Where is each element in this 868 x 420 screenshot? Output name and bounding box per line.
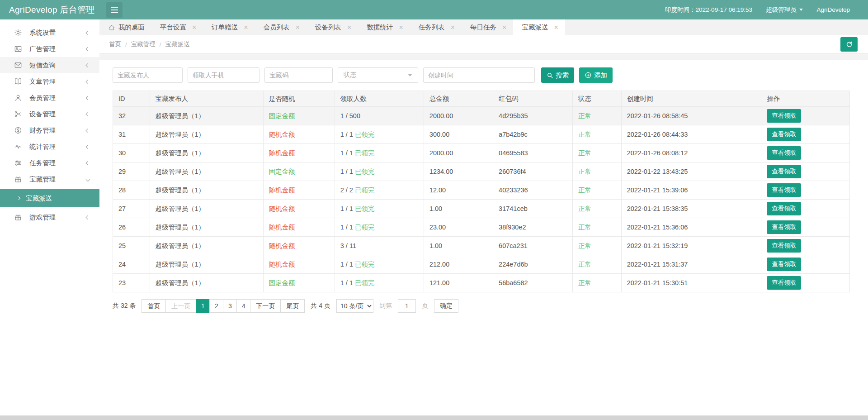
cell-publisher: 超级管理员（1） — [150, 237, 263, 255]
cell-created-time: 2022-01-26 08:08:12 — [621, 144, 761, 162]
breadcrumb-item[interactable]: 宝藏派送 — [165, 40, 190, 48]
sidebar-item[interactable]: 文章管理 — [0, 73, 99, 90]
claim-done-label: 已领完 — [355, 186, 375, 194]
sidebar-item[interactable]: 系统设置 — [0, 24, 99, 41]
tab-item[interactable]: 数据统计× — [358, 19, 410, 35]
sidebar-item[interactable]: 统计管理 — [0, 138, 99, 155]
claim-done-label: 已领完 — [355, 224, 375, 231]
page-number-button[interactable]: 2 — [209, 299, 223, 313]
phone-filter-input[interactable] — [188, 67, 259, 83]
horizontal-scrollbar[interactable] — [0, 415, 868, 420]
tab-item[interactable]: 宝藏派送× — [513, 19, 565, 35]
view-claims-button[interactable]: 查看领取 — [767, 239, 801, 253]
cell-status: 正常 — [573, 107, 622, 125]
sidebar-item-label: 宝藏管理 — [29, 175, 86, 184]
cell-random-type: 随机金额 — [263, 237, 335, 255]
sidebar-item[interactable]: 会员管理 — [0, 90, 99, 106]
next-page-button[interactable]: 下一页 — [250, 299, 281, 313]
first-page-button[interactable]: 首页 — [142, 299, 166, 313]
cell-claim-count: 1 / 1 已领完 — [335, 218, 424, 237]
menu-toggle-button[interactable] — [106, 2, 123, 18]
view-claims-button[interactable]: 查看领取 — [767, 220, 801, 234]
search-button[interactable]: 搜索 — [541, 67, 574, 83]
close-icon[interactable]: × — [192, 24, 196, 31]
close-icon[interactable]: × — [244, 24, 248, 31]
column-header: ID — [113, 91, 150, 107]
table-row: 27超级管理员（1）随机金额1 / 1 已领完1.0031741ceb正常202… — [113, 200, 850, 218]
tab-item[interactable]: 我的桌面 — [99, 19, 151, 35]
view-claims-button[interactable]: 查看领取 — [767, 109, 801, 123]
cell-status: 正常 — [573, 200, 622, 218]
tab-label: 设备列表 — [315, 23, 341, 32]
claim-done-label: 已领完 — [355, 205, 375, 212]
close-icon[interactable]: × — [347, 24, 351, 31]
tab-item[interactable]: 会员列表× — [255, 19, 307, 35]
code-filter-input[interactable] — [264, 67, 333, 83]
created-time-filter-input[interactable] — [423, 67, 535, 83]
cell-actions: 查看领取 — [761, 181, 850, 200]
cell-actions: 查看领取 — [761, 200, 850, 218]
publisher-filter-input[interactable] — [113, 67, 183, 83]
cell-random-type: 随机金额 — [263, 200, 335, 218]
page-number-button[interactable]: 3 — [223, 299, 237, 313]
view-claims-button[interactable]: 查看领取 — [767, 202, 801, 215]
cell-publisher: 超级管理员（1） — [150, 181, 263, 200]
close-icon[interactable]: × — [399, 24, 403, 31]
sidebar-subitem[interactable]: 宝藏派送 — [0, 189, 99, 207]
sidebar-item[interactable]: 短信查询 — [0, 57, 99, 73]
add-button[interactable]: 添加 — [579, 67, 613, 83]
close-icon[interactable]: × — [554, 24, 558, 31]
column-header: 创建时间 — [621, 91, 761, 107]
view-claims-button[interactable]: 查看领取 — [767, 258, 801, 271]
tab-item[interactable]: 每日任务× — [462, 19, 513, 35]
view-claims-button[interactable]: 查看领取 — [767, 146, 801, 160]
user-menu[interactable]: 超级管理员 — [766, 6, 803, 14]
sidebar-item[interactable]: 财务管理 — [0, 122, 99, 138]
page-number-button[interactable]: 4 — [236, 299, 250, 313]
view-claims-button[interactable]: 查看领取 — [767, 165, 801, 178]
sidebar-item[interactable]: 任务管理 — [0, 155, 99, 171]
breadcrumb-item[interactable]: 宝藏管理 — [131, 40, 156, 48]
tab-label: 任务列表 — [419, 23, 445, 32]
cell-created-time: 2022-01-26 08:44:33 — [621, 125, 761, 144]
sidebar-item[interactable]: 宝藏管理 — [0, 171, 99, 187]
sidebar-item[interactable]: 游戏管理 — [0, 209, 99, 225]
tab-item[interactable]: 平台设置× — [151, 19, 203, 35]
confirm-button[interactable]: 确定 — [434, 299, 458, 313]
view-claims-button[interactable]: 查看领取 — [767, 183, 801, 197]
tab-bar: 我的桌面平台设置×订单赠送×会员列表×设备列表×数据统计×任务列表×每日任务×宝… — [99, 19, 868, 35]
finance-icon — [14, 126, 22, 135]
breadcrumb-item[interactable]: 首页 — [109, 40, 121, 48]
sidebar-item[interactable]: 设备管理 — [0, 106, 99, 122]
close-icon[interactable]: × — [296, 24, 300, 31]
status-select[interactable]: 状态 — [338, 67, 418, 83]
tab-item[interactable]: 设备列表× — [307, 19, 358, 35]
page-size-select[interactable]: 10 条/页 — [336, 299, 373, 313]
page-button-group: 首页上一页1234下一页尾页 — [142, 299, 305, 313]
close-icon[interactable]: × — [502, 24, 506, 31]
close-icon[interactable]: × — [451, 24, 455, 31]
view-claims-button[interactable]: 查看领取 — [767, 128, 801, 141]
cell-status: 正常 — [573, 218, 622, 237]
gear-icon — [14, 29, 22, 37]
cell-status: 正常 — [573, 255, 622, 274]
refresh-button[interactable] — [840, 37, 858, 52]
goto-page-input[interactable] — [398, 299, 416, 313]
tab-item[interactable]: 任务列表× — [410, 19, 462, 35]
page-number-button[interactable]: 1 — [196, 299, 210, 313]
breadcrumb-separator: / — [160, 41, 161, 48]
tab-item[interactable]: 订单赠送× — [203, 19, 255, 35]
cell-random-type: 随机金额 — [263, 144, 335, 162]
cell-random-type: 固定金额 — [263, 107, 335, 125]
chevron-down-icon — [408, 74, 412, 76]
cell-created-time: 2022-01-21 15:39:06 — [621, 181, 761, 200]
view-claims-button[interactable]: 查看领取 — [767, 276, 801, 290]
table-row: 32超级管理员（1）固定金额1 / 5002000.004d295b35正常20… — [113, 107, 850, 125]
last-page-button[interactable]: 尾页 — [280, 299, 305, 313]
user-icon — [14, 94, 22, 102]
brand-link[interactable]: AgriDevelop — [816, 6, 850, 13]
cell-created-time: 2022-01-21 15:36:06 — [621, 218, 761, 237]
sidebar-item[interactable]: 广告管理 — [0, 41, 99, 57]
sidebar-item-label: 财务管理 — [29, 126, 86, 135]
column-header: 总金额 — [424, 91, 493, 107]
